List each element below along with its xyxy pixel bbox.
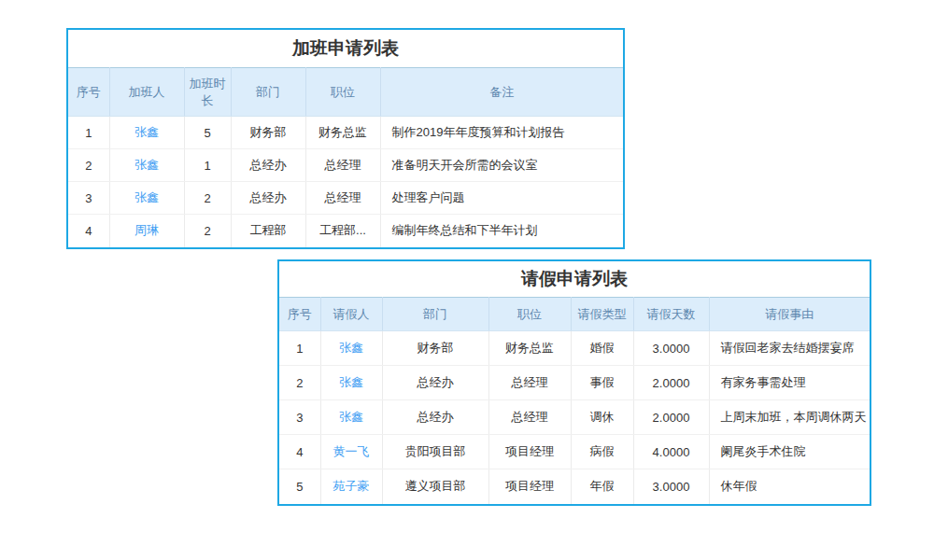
table-cell: 总经办	[231, 182, 305, 215]
person-name-link[interactable]: 张鑫	[339, 375, 363, 389]
table-cell: 事假	[571, 366, 633, 400]
column-header: 职位	[305, 68, 380, 117]
table-cell: 2	[184, 182, 231, 215]
table-cell: 3	[68, 182, 109, 215]
table-cell: 工程部...	[305, 215, 380, 247]
column-header: 序号	[279, 298, 320, 331]
table-cell: 婚假	[571, 331, 633, 366]
table-cell: 3.0000	[633, 331, 709, 366]
table-cell: 2	[68, 149, 109, 182]
table-cell: 张鑫	[109, 117, 184, 149]
table-cell: 1	[184, 149, 231, 182]
table-cell: 2.0000	[633, 366, 709, 400]
table-cell: 2	[184, 215, 231, 247]
table-row: 4周琳2工程部工程部...编制年终总结和下半年计划	[68, 215, 623, 247]
table-cell: 总经理	[305, 149, 380, 182]
person-name-link[interactable]: 周琳	[134, 223, 159, 237]
table-row: 3张鑫2总经办总经理处理客户问题	[68, 182, 623, 215]
table-row: 5苑子豪遵义项目部项目经理年假3.0000休年假	[279, 469, 870, 504]
table-cell: 贵阳项目部	[382, 435, 488, 469]
table-cell: 准备明天开会所需的会议室	[380, 149, 623, 182]
leave-table-card: 请假申请列表 序号请假人部门职位请假类型请假天数请假事由1张鑫财务部财务总监婚假…	[277, 259, 871, 506]
table-cell: 周琳	[109, 215, 184, 247]
table-cell: 财务总监	[488, 331, 571, 366]
table-cell: 3	[279, 400, 320, 435]
leave-table-title: 请假申请列表	[279, 261, 870, 297]
table-cell: 请假回老家去结婚摆宴席	[709, 331, 870, 366]
table-cell: 财务部	[382, 331, 488, 366]
person-name-link[interactable]: 张鑫	[339, 341, 363, 355]
table-cell: 张鑫	[320, 366, 382, 400]
overtime-table-card: 加班申请列表 序号加班人加班时长部门职位备注1张鑫5财务部财务总监制作2019年…	[66, 28, 625, 249]
person-name-link[interactable]: 苑子豪	[333, 479, 370, 493]
leave-table: 序号请假人部门职位请假类型请假天数请假事由1张鑫财务部财务总监婚假3.0000请…	[279, 297, 870, 504]
header-row: 序号加班人加班时长部门职位备注	[68, 68, 623, 117]
table-cell: 调休	[571, 400, 633, 435]
column-header: 职位	[488, 298, 571, 331]
table-row: 2张鑫总经办总经理事假2.0000有家务事需处理	[279, 366, 870, 400]
table-cell: 5	[184, 117, 231, 149]
overtime-table-title: 加班申请列表	[68, 30, 623, 67]
table-cell: 3.0000	[633, 469, 709, 504]
table-cell: 处理客户问题	[380, 182, 623, 215]
table-cell: 阑尾炎手术住院	[709, 435, 870, 469]
table-cell: 张鑫	[109, 182, 184, 215]
table-row: 1张鑫财务部财务总监婚假3.0000请假回老家去结婚摆宴席	[279, 331, 870, 366]
table-cell: 总经理	[305, 182, 380, 215]
table-cell: 项目经理	[488, 469, 571, 504]
table-cell: 张鑫	[320, 331, 382, 366]
table-cell: 1	[68, 117, 109, 149]
column-header: 加班时长	[184, 68, 231, 117]
table-row: 1张鑫5财务部财务总监制作2019年年度预算和计划报告	[68, 117, 623, 149]
table-cell: 1	[279, 331, 320, 366]
column-header: 请假天数	[633, 298, 709, 331]
table-cell: 4	[279, 435, 320, 469]
overtime-table: 序号加班人加班时长部门职位备注1张鑫5财务部财务总监制作2019年年度预算和计划…	[68, 67, 623, 247]
table-cell: 上周末加班，本周调休两天	[709, 400, 870, 435]
header-row: 序号请假人部门职位请假类型请假天数请假事由	[279, 298, 870, 331]
table-cell: 财务总监	[305, 117, 380, 149]
column-header: 备注	[380, 68, 623, 117]
column-header: 请假类型	[571, 298, 633, 331]
table-cell: 4	[68, 215, 109, 247]
table-cell: 总经办	[231, 149, 305, 182]
table-cell: 病假	[571, 435, 633, 469]
table-cell: 总经理	[488, 400, 571, 435]
table-cell: 总经理	[488, 366, 571, 400]
table-cell: 张鑫	[320, 400, 382, 435]
table-cell: 5	[279, 469, 320, 504]
table-cell: 苑子豪	[320, 469, 382, 504]
table-cell: 4.0000	[633, 435, 709, 469]
table-row: 3张鑫总经办总经理调休2.0000上周末加班，本周调休两天	[279, 400, 870, 435]
column-header: 加班人	[109, 68, 184, 117]
column-header: 请假人	[320, 298, 382, 331]
column-header: 请假事由	[709, 298, 870, 331]
person-name-link[interactable]: 张鑫	[134, 158, 159, 172]
table-cell: 财务部	[231, 117, 305, 149]
person-name-link[interactable]: 张鑫	[134, 190, 159, 204]
table-cell: 有家务事需处理	[709, 366, 870, 400]
table-cell: 制作2019年年度预算和计划报告	[380, 117, 623, 149]
table-cell: 黄一飞	[320, 435, 382, 469]
person-name-link[interactable]: 黄一飞	[333, 444, 370, 458]
person-name-link[interactable]: 张鑫	[339, 410, 363, 424]
table-cell: 张鑫	[109, 149, 184, 182]
table-row: 2张鑫1总经办总经理准备明天开会所需的会议室	[68, 149, 623, 182]
column-header: 部门	[231, 68, 305, 117]
table-cell: 总经办	[382, 366, 488, 400]
table-cell: 编制年终总结和下半年计划	[380, 215, 623, 247]
person-name-link[interactable]: 张鑫	[134, 125, 159, 139]
table-cell: 工程部	[231, 215, 305, 247]
table-cell: 2	[279, 366, 320, 400]
table-cell: 遵义项目部	[382, 469, 488, 504]
table-cell: 项目经理	[488, 435, 571, 469]
column-header: 序号	[68, 68, 109, 117]
table-cell: 休年假	[709, 469, 870, 504]
table-cell: 2.0000	[633, 400, 709, 435]
table-row: 4黄一飞贵阳项目部项目经理病假4.0000阑尾炎手术住院	[279, 435, 870, 469]
page: 加班申请列表 序号加班人加班时长部门职位备注1张鑫5财务部财务总监制作2019年…	[0, 0, 934, 560]
table-cell: 年假	[571, 469, 633, 504]
table-cell: 总经办	[382, 400, 488, 435]
column-header: 部门	[382, 298, 488, 331]
